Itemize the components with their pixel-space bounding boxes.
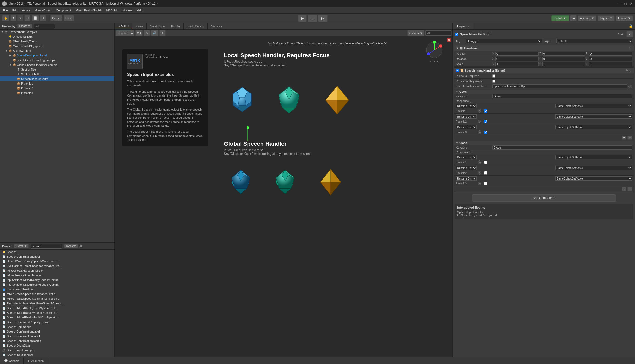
close-runtime2-select[interactable]: Runtime Only: [456, 166, 477, 170]
project-item-speechinputsystem[interactable]: 📄 Speech.MixedRealityInputSystemProfi...: [0, 306, 114, 310]
project-item-mrspeechprofile[interactable]: 📄 MixedRealitySpeechCommandsProfile: [0, 292, 114, 296]
project-item-speechconfirm2[interactable]: 📄 SpeechConfirmationLabel: [0, 329, 114, 334]
open-runtime1-select[interactable]: Runtime Only: [456, 104, 477, 108]
maximize-button[interactable]: □: [625, 2, 627, 6]
open-platonic1-target-btn[interactable]: ◎: [478, 109, 481, 113]
layers-dropdown[interactable]: Layers ▼: [598, 15, 615, 21]
open-action3-select[interactable]: GameObject.SetActive: [555, 125, 632, 129]
project-item-recordarticulated[interactable]: 📄 RecordArticulatedHandPoseSpeechComm...: [0, 301, 114, 306]
menu-edit[interactable]: Edit: [10, 8, 20, 12]
transform-menu-button[interactable]: ⋮: [629, 47, 632, 50]
project-item-mrspeechprofilein[interactable]: 📄 MixedRealitySpeechCommandsProfileIn...: [0, 296, 114, 301]
project-item-speechcommands[interactable]: 📄 Speech.MixedRealitySpeechCommands: [0, 310, 114, 315]
add-component-button[interactable]: Add Component: [472, 194, 616, 202]
center-button[interactable]: Center: [50, 15, 62, 21]
scene-search-input[interactable]: [425, 30, 451, 36]
project-item-speecheventdata[interactable]: 📄 SpeechEventData: [0, 343, 114, 348]
tree-item-platonic2[interactable]: 📦 Platonic2: [0, 86, 114, 91]
tag-select[interactable]: Untagged: [466, 39, 542, 43]
search-close-icon[interactable]: ✕: [80, 244, 82, 248]
scene-tab-animator[interactable]: Animator: [208, 23, 225, 29]
project-item-inputactions[interactable]: 📄 InputActions.MixedRealitySpeechComm...: [0, 278, 114, 282]
speech-handler-edit-button[interactable]: ✎: [626, 69, 628, 72]
rotate-tool-button[interactable]: ↻: [17, 15, 23, 21]
close-action3-select[interactable]: GameObject.SetActive: [555, 176, 632, 181]
lighting-button[interactable]: ☀: [144, 30, 150, 36]
tree-item-scenecontent[interactable]: ▼ 📦 SceneContent: [0, 48, 114, 53]
open-keyword-input[interactable]: [492, 94, 632, 98]
position-z-input[interactable]: [589, 52, 632, 56]
persistent-checkbox[interactable]: [492, 80, 495, 83]
shading-mode-select[interactable]: Shaded: [116, 30, 134, 36]
open-platonic1-checkbox[interactable]: [484, 109, 487, 113]
tab-animation[interactable]: ▶ Animation: [24, 357, 48, 364]
tree-item-mrtk[interactable]: 📦 MixedRealityToolkit: [0, 39, 114, 44]
minimize-button[interactable]: —: [618, 2, 621, 6]
menu-file[interactable]: File: [1, 8, 10, 12]
account-dropdown[interactable]: Account ▼: [578, 15, 597, 21]
scale-z-input[interactable]: [589, 62, 632, 66]
rect-tool-button[interactable]: ⬜: [32, 15, 39, 21]
tab-inspector[interactable]: Inspector: [453, 23, 473, 29]
close-runtime1-select[interactable]: Runtime Only: [456, 155, 477, 159]
open-section-header[interactable]: ▼ Open: [454, 90, 634, 94]
tree-item-scenedescpanel[interactable]: ▶ 📦 SceneDescriptionPanel: [0, 53, 114, 58]
close-action1-select[interactable]: GameObject.SetActive: [555, 155, 632, 159]
project-item-speechinputhandler[interactable]: 📄 SpeechInputHandler: [0, 353, 114, 357]
move-tool-button[interactable]: ✦: [10, 15, 16, 21]
open-runtime2-select[interactable]: Runtime Only: [456, 114, 477, 119]
menu-gameobject[interactable]: GameObject: [33, 8, 54, 12]
tree-item-globalspeech[interactable]: ▼ 📦 GlobalSpeechHandlingExample: [0, 62, 114, 67]
project-item-defaultmixed[interactable]: 📄 DefaultMixedRealitySpeechCommandsP...: [0, 259, 114, 264]
project-item-speechcommanddrawer[interactable]: 📄 SpeechCommandPropertyDrawer: [0, 320, 114, 324]
open-plus-button[interactable]: +: [622, 136, 626, 140]
open-runtime3-select[interactable]: Runtime Only: [456, 125, 477, 129]
project-item-imixedspeechhandler[interactable]: 📄 IMixedRealitySpeechHandler: [0, 268, 114, 273]
project-item-speechinputexamples-scene[interactable]: 🎬 SpeechInputExamples: [0, 348, 114, 353]
window-controls[interactable]: — □ ✕: [618, 2, 633, 6]
speech-handler-header[interactable]: 📜 Speech Input Handler (Script) ✎ ⋮: [454, 68, 634, 73]
tree-item-sectionsubtitle[interactable]: T SectionSubtitle: [0, 72, 114, 76]
close-plus-button[interactable]: +: [622, 187, 626, 191]
close-platonic1-checkbox[interactable]: [484, 161, 487, 164]
transform-tool-button[interactable]: ⊞: [40, 15, 46, 21]
2d-button[interactable]: 2D: [135, 30, 143, 36]
scene-close-button[interactable]: ✕: [447, 38, 451, 42]
rotation-z-input[interactable]: [589, 57, 632, 61]
open-action1-select[interactable]: GameObject.SetActive: [555, 104, 632, 108]
menu-window[interactable]: Window: [120, 8, 134, 12]
close-button[interactable]: ✕: [630, 2, 633, 6]
project-item-speech[interactable]: 📁 Speech: [0, 250, 114, 254]
pause-button[interactable]: ⏸: [308, 15, 317, 22]
menu-help[interactable]: Help: [135, 8, 145, 12]
scene-tab-game[interactable]: Game: [132, 23, 147, 29]
open-platonic3-target-btn[interactable]: ◎: [478, 130, 481, 134]
scale-x-input[interactable]: [495, 62, 539, 66]
project-item-speechconfirm3[interactable]: 📄 SpeechConfirmationLabel: [0, 334, 114, 339]
open-minus-button[interactable]: −: [627, 136, 632, 140]
rotation-x-input[interactable]: [495, 57, 539, 61]
panel-lock-button[interactable]: 🔒: [626, 24, 635, 29]
tree-item-directionallight[interactable]: 💡 Directional Light: [0, 34, 114, 39]
project-item-speechconfirmtooltip[interactable]: 📄 SpeechConfirmationTooltip: [0, 339, 114, 343]
speech-handler-enabled-checkbox[interactable]: [456, 69, 459, 72]
fx-button[interactable]: ★: [159, 30, 166, 36]
scale-y-input[interactable]: [542, 62, 586, 66]
layout-dropdown[interactable]: Layout ▼: [616, 15, 633, 21]
local-button[interactable]: Local: [64, 15, 74, 21]
confirmation-input[interactable]: [492, 84, 627, 88]
layer-select[interactable]: Default: [556, 39, 633, 43]
hand-tool-button[interactable]: ✋: [2, 15, 9, 21]
tree-item-speechinputexamples[interactable]: ▼ 🎬 SpeechInputExamples: [0, 30, 114, 34]
project-item-interactable[interactable]: 📄 Interactable_MixedRealitySpeechComm...: [0, 282, 114, 287]
tree-item-sectiontitle[interactable]: T SectionTitle: [0, 67, 114, 72]
menu-msbuild[interactable]: MSBuild: [104, 8, 119, 12]
open-action2-select[interactable]: GameObject.SetActive: [555, 114, 632, 119]
menu-component[interactable]: Component: [54, 8, 73, 12]
menu-assets[interactable]: Assets: [20, 8, 33, 12]
close-platonic1-target-btn[interactable]: ◎: [478, 160, 481, 164]
project-search-input[interactable]: [31, 244, 62, 249]
hierarchy-search-input[interactable]: [34, 24, 55, 29]
close-keyword-input[interactable]: [492, 145, 632, 150]
close-runtime3-select[interactable]: Runtime Only: [456, 176, 477, 181]
